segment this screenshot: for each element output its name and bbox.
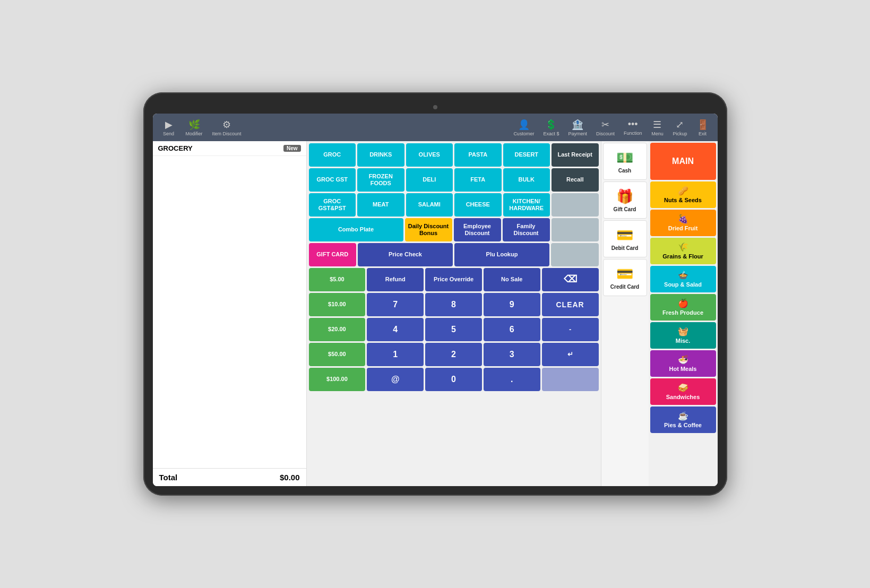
five-dollar-button[interactable]: $5.00 [309, 268, 366, 291]
plu-lookup-button[interactable]: Plu Lookup [454, 243, 549, 266]
enter-button[interactable]: ↵ [542, 343, 599, 366]
nuts-icon: 🥜 [678, 186, 688, 196]
employee-discount-button[interactable]: Employee Discount [454, 218, 501, 241]
exit-icon: 🚪 [697, 119, 709, 131]
frozen-foods-button[interactable]: FROZEN FOODS [357, 168, 404, 192]
pickup-icon: ⤢ [676, 119, 684, 131]
toolbar-right: 👤 Customer 💲 Exact $ 🏦 Payment ✂ Discoun… [509, 117, 713, 139]
debit-card-payment-button[interactable]: 💳 Debit Card [603, 220, 647, 257]
screen: ▶ Send 🌿 Modifier ⚙ Item Discount 👤 Cust… [153, 114, 718, 486]
function-button[interactable]: ••• Function [619, 117, 647, 138]
ten-dollar-button[interactable]: $10.00 [309, 293, 366, 316]
gift-card-button[interactable]: GIFT CARD [309, 243, 357, 266]
payment-icon: 🏦 [572, 119, 583, 131]
meat-button[interactable]: MEAT [357, 193, 404, 217]
center-panel: GROC DRINKS OLIVES PASTA DESERT Last Rec… [307, 141, 601, 486]
item-discount-button[interactable]: ⚙ Item Discount [208, 117, 246, 139]
menu-button[interactable]: ☰ Menu [647, 117, 668, 139]
modifier-button[interactable]: 🌿 Modifier [182, 117, 207, 139]
salami-button[interactable]: SALAMI [406, 193, 453, 217]
clear-button[interactable]: CLEAR [542, 293, 599, 316]
refund-button[interactable]: Refund [367, 268, 424, 291]
minus-button[interactable]: - [542, 318, 599, 341]
main-category-button[interactable]: MAIN [650, 143, 716, 180]
kitchen-hardware-button[interactable]: KITCHEN/ HARDWARE [503, 193, 550, 217]
feta-button[interactable]: FETA [454, 168, 502, 192]
num-3-button[interactable]: 3 [484, 343, 540, 366]
backspace-button[interactable]: ⌫ [542, 268, 599, 291]
exact-dollar-button[interactable]: 💲 Exact $ [539, 117, 563, 139]
dried-fruit-button[interactable]: 🍇 Dried Fruit [650, 210, 716, 236]
daily-discount-bonus-button[interactable]: Daily Discount Bonus [405, 218, 452, 241]
num-4-button[interactable]: 4 [367, 318, 424, 341]
credit-icon: 💳 [616, 266, 633, 282]
grains-flour-button[interactable]: 🌾 Grains & Flour [650, 238, 716, 264]
fifty-dollar-button[interactable]: $50.00 [309, 343, 366, 366]
scissors-icon: ✂ [601, 119, 609, 131]
discount-button[interactable]: ✂ Discount [592, 117, 619, 139]
sandwiches-button[interactable]: 🥪 Sandwiches [650, 378, 716, 405]
ellipsis-icon: ••• [628, 119, 638, 130]
deli-button[interactable]: DELI [406, 168, 453, 192]
at-button[interactable]: @ [367, 368, 424, 391]
pickup-button[interactable]: ⤢ Pickup [668, 117, 691, 139]
total-label: Total [159, 473, 178, 482]
order-header: GROCERY New [153, 141, 306, 156]
num-7-button[interactable]: 7 [367, 293, 424, 316]
num-5-button[interactable]: 5 [425, 318, 482, 341]
num-6-button[interactable]: 6 [484, 318, 540, 341]
customer-icon: 👤 [518, 119, 530, 131]
fresh-produce-button[interactable]: 🍎 Fresh Produce [650, 294, 716, 321]
produce-icon: 🍎 [678, 298, 688, 308]
customer-button[interactable]: 👤 Customer [509, 117, 538, 139]
olives-button[interactable]: OLIVES [406, 143, 453, 167]
nuts-seeds-button[interactable]: 🥜 Nuts & Seeds [650, 181, 716, 208]
drinks-button[interactable]: DRINKS [357, 143, 404, 167]
num-9-button[interactable]: 9 [484, 293, 540, 316]
bulk-button[interactable]: BULK [503, 168, 550, 192]
dot-button[interactable]: . [484, 368, 540, 391]
misc-icon: 🧺 [678, 326, 688, 336]
groc-button[interactable]: GROC [309, 143, 356, 167]
no-sale-button[interactable]: No Sale [484, 268, 540, 291]
row-3: GROC GST&PST MEAT SALAMI CHEESE KITCHEN/… [309, 193, 599, 217]
groc-gst-button[interactable]: GROC GST [309, 168, 356, 192]
payment-panel: 💵 Cash 🎁 Gift Card 💳 Debit Card 💳 Credit… [601, 141, 649, 486]
send-button[interactable]: ▶ Send [157, 117, 180, 139]
gift-card-payment-button[interactable]: 🎁 Gift Card [603, 181, 647, 219]
num-2-button[interactable]: 2 [425, 343, 482, 366]
combo-plate-button[interactable]: Combo Plate [309, 218, 403, 241]
twenty-dollar-button[interactable]: $20.00 [309, 318, 366, 341]
order-total: Total $0.00 [153, 468, 306, 486]
price-override-button[interactable]: Price Override [425, 268, 482, 291]
debit-icon: 💳 [616, 227, 633, 244]
misc-button[interactable]: 🧺 Misc. [650, 322, 716, 349]
num-1-button[interactable]: 1 [367, 343, 424, 366]
hot-meals-button[interactable]: 🍜 Hot Meals [650, 350, 716, 377]
gift-card-icon: 🎁 [616, 188, 633, 205]
row-4: Combo Plate Daily Discount Bonus Employe… [309, 218, 599, 241]
num-8-button[interactable]: 8 [425, 293, 482, 316]
total-value: $0.00 [280, 473, 300, 482]
dollar-icon: 💲 [545, 119, 557, 131]
desert-button[interactable]: DESERT [503, 143, 550, 167]
family-discount-button[interactable]: Family Discount [503, 218, 550, 241]
exit-button[interactable]: 🚪 Exit [692, 117, 713, 139]
modifier-icon: 🌿 [188, 119, 200, 131]
credit-card-payment-button[interactable]: 💳 Credit Card [603, 259, 647, 296]
cheese-button[interactable]: CHEESE [454, 193, 502, 217]
pies-coffee-button[interactable]: ☕ Pies & Coffee [650, 407, 716, 433]
pasta-button[interactable]: PASTA [454, 143, 502, 167]
payment-button[interactable]: 🏦 Payment [564, 117, 591, 139]
groc-gst-pst-button[interactable]: GROC GST&PST [309, 193, 356, 217]
hundred-dollar-button[interactable]: $100.00 [309, 368, 366, 391]
recall-button[interactable]: Recall [552, 168, 599, 192]
last-receipt-button[interactable]: Last Receipt [552, 143, 599, 167]
soup-salad-button[interactable]: 🍲 Soup & Salad [650, 266, 716, 292]
toolbar-left: ▶ Send 🌿 Modifier ⚙ Item Discount [157, 117, 246, 139]
price-check-button[interactable]: Price Check [358, 243, 453, 266]
cash-payment-button[interactable]: 💵 Cash [603, 143, 647, 180]
category-panel: MAIN 🥜 Nuts & Seeds 🍇 Dried Fruit 🌾 Grai… [649, 141, 718, 486]
num-0-button[interactable]: 0 [425, 368, 482, 391]
camera [433, 105, 437, 109]
